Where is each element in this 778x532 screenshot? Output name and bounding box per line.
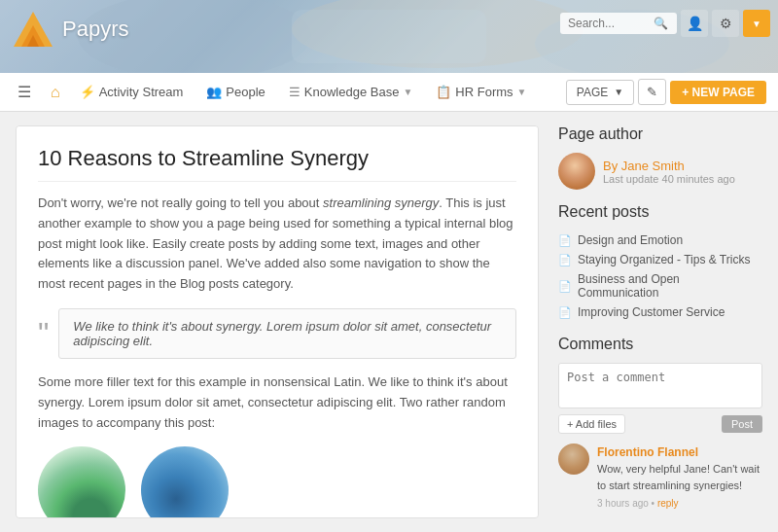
recent-posts-list: 📄 Design and Emotion 📄 Staying Organized…: [558, 231, 762, 322]
blockquote: We like to think it's about synergy. Lor…: [58, 308, 516, 359]
recent-post-label: Business and Open Communication: [578, 272, 762, 300]
nav-people[interactable]: 👥 People: [196, 79, 274, 105]
knowledge-dropdown-icon: ▼: [403, 87, 412, 97]
search-bar[interactable]: 🔍: [560, 13, 677, 34]
author-name-link[interactable]: Jane Smith: [621, 159, 685, 173]
nav-knowledge-base[interactable]: ☰ Knowledge Base ▼: [279, 79, 422, 105]
page-author-heading: Page author: [558, 125, 762, 143]
page-btn-label: PAGE: [577, 86, 608, 99]
recent-posts-section: Recent posts 📄 Design and Emotion 📄 Stay…: [558, 203, 762, 322]
article-image-palm: [38, 446, 125, 518]
comments-section: Comments + Add files Post Florentino Fla…: [558, 336, 762, 511]
recent-post-label: Staying Organized - Tips & Tricks: [578, 253, 750, 266]
edit-button[interactable]: ✎: [638, 79, 666, 105]
home-nav-icon[interactable]: ⌂: [45, 80, 66, 105]
comments-heading: Comments: [558, 336, 762, 353]
list-item[interactable]: 📄 Design and Emotion: [558, 231, 762, 250]
nav-people-label: People: [226, 85, 265, 99]
doc-icon: 📄: [558, 234, 572, 247]
doc-icon: 📄: [558, 280, 572, 293]
brand-name: Papyrs: [62, 17, 128, 42]
author-name[interactable]: By Jane Smith: [603, 159, 735, 173]
add-files-button[interactable]: + Add files: [558, 414, 625, 434]
page-btn-icon: ▼: [614, 87, 623, 97]
quote-mark-icon: ": [38, 318, 49, 349]
comment-text: Wow, very helpful Jane! Can't wait to st…: [597, 463, 760, 491]
main-content: 10 Reasons to Streamline Synergy Don't w…: [0, 112, 778, 532]
user-menu-button[interactable]: ▼: [743, 10, 770, 37]
author-updated: Last update 40 minutes ago: [603, 173, 735, 185]
hr-dropdown-icon: ▼: [517, 87, 527, 97]
new-page-button[interactable]: + NEW PAGE: [670, 81, 766, 104]
comment-input-wrap: [558, 363, 762, 408]
navbar: ☰ ⌂ ⚡ Activity Stream 👥 People ☰ Knowled…: [0, 73, 778, 112]
article-title: 10 Reasons to Streamline Synergy: [38, 146, 516, 182]
nav-activity-stream[interactable]: ⚡ Activity Stream: [70, 79, 194, 105]
hr-icon: 📋: [436, 85, 451, 99]
svg-rect-3: [292, 10, 486, 63]
comment-time: 3 hours ago: [597, 498, 649, 509]
banner: Papyrs 🔍 👤 ⚙ ▼: [0, 0, 778, 73]
settings-icon[interactable]: ⚙: [712, 10, 739, 37]
article-images: [38, 446, 516, 518]
author-meta: By Jane Smith Last update 40 minutes ago: [603, 159, 735, 185]
nav-activity-label: Activity Stream: [99, 85, 184, 99]
brand-logo[interactable]: Papyrs: [14, 12, 128, 47]
commenter-name[interactable]: Florentino Flannel: [597, 443, 762, 461]
comment-actions: + Add files Post: [558, 414, 762, 434]
article-body-intro: Don't worry, we're not really going to t…: [38, 195, 323, 210]
knowledge-icon: ☰: [289, 85, 301, 99]
reply-link[interactable]: reply: [657, 498, 679, 509]
page-author-section: Page author By Jane Smith Last update 40…: [558, 125, 762, 190]
hamburger-menu-icon[interactable]: ☰: [12, 79, 37, 105]
search-input[interactable]: [568, 17, 654, 30]
author-avatar: [558, 153, 595, 190]
post-comment-button[interactable]: Post: [722, 415, 762, 433]
list-item[interactable]: 📄 Staying Organized - Tips & Tricks: [558, 250, 762, 269]
doc-icon: 📄: [558, 306, 572, 319]
activity-icon: ⚡: [80, 85, 95, 99]
blockquote-wrap: " We like to think it's about synergy. L…: [38, 308, 516, 359]
page-button[interactable]: PAGE ▼: [566, 80, 634, 105]
article-image-sea: [141, 446, 229, 518]
commenter-avatar: [558, 443, 589, 475]
list-item[interactable]: 📄 Business and Open Communication: [558, 269, 762, 302]
article-filler: Some more filler text for this example i…: [38, 372, 516, 433]
edit-icon: ✎: [647, 85, 657, 99]
recent-post-label: Design and Emotion: [578, 233, 683, 247]
sidebar: Page author By Jane Smith Last update 40…: [558, 125, 762, 518]
page-author-row: By Jane Smith Last update 40 minutes ago: [558, 153, 762, 190]
nav-hr-label: HR Forms: [455, 85, 513, 99]
article-italic: streamlining synergy: [323, 195, 439, 210]
search-icon: 🔍: [654, 17, 668, 30]
author-by-label: By: [603, 159, 618, 173]
article-intro: Don't worry, we're not really going to t…: [38, 194, 516, 295]
list-item[interactable]: 📄 Improving Customer Service: [558, 302, 762, 322]
comment-item: Florentino Flannel Wow, very helpful Jan…: [558, 443, 762, 511]
comment-input[interactable]: [559, 364, 761, 405]
logo-icon: [14, 12, 53, 47]
article-card: 10 Reasons to Streamline Synergy Don't w…: [16, 125, 539, 518]
nav-hr-forms[interactable]: 📋 HR Forms ▼: [426, 79, 536, 105]
recent-post-label: Improving Customer Service: [578, 305, 725, 319]
people-icon: 👥: [206, 85, 222, 99]
doc-icon: 📄: [558, 254, 572, 266]
nav-knowledge-label: Knowledge Base: [304, 85, 400, 99]
comment-meta: 3 hours ago • reply: [597, 496, 762, 511]
recent-posts-heading: Recent posts: [558, 203, 762, 221]
notifications-icon[interactable]: 👤: [681, 10, 708, 37]
comment-body: Florentino Flannel Wow, very helpful Jan…: [597, 443, 762, 511]
